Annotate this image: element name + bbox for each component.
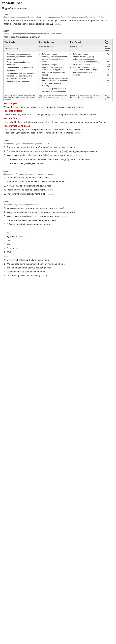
tense-table: Past Simple Past Continuous Past Perfect… — [4, 39, 112, 101]
step5-list: Моя мама заснула к тому времени, как я в… — [4, 206, 112, 226]
list-item: Я загорала, пока (while) Джек плавал. — [7, 162, 112, 165]
answer-box: Ответ By the time. gdz.top Until. After.… — [2, 230, 114, 280]
answer-linkers-section: By the time. gdz.top Until. After. As so… — [4, 235, 112, 254]
example-pp-en: I had talked to John by the time you cam… — [4, 120, 112, 124]
list-item: My mum fell asleep by the time I came ho… — [7, 176, 112, 180]
list-item: Я оставалась в нашем гостиничном номере … — [7, 150, 112, 153]
examples-section: Past Simple We went to the cinema last F… — [4, 102, 112, 134]
col-past-simple: Past Simple — [4, 39, 38, 45]
markers-pc: While, when, as, all day/night/morning, … — [38, 94, 69, 100]
page-subtitle: Подробное решение — [0, 6, 116, 10]
usage-ppc: Псдлдейконачзав Депроб(нкопрпр — [104, 52, 112, 94]
list-item: While. — [7, 250, 112, 254]
step1-number: 1 шаг — [4, 13, 112, 15]
step5-number: 5 шаг — [4, 200, 112, 203]
col-past-continuous: Past Continuous — [38, 39, 69, 45]
step2-description: Вспомним правила употребления прошедших … — [4, 33, 112, 35]
example-ps-en: We went to the cinema last Friday. gdz.t… — [4, 106, 112, 109]
step2-number: 2 шаг — [4, 30, 112, 32]
answer-sentences-section: My mum fell asleep by the time I came ho… — [4, 258, 112, 277]
list-item: Моя мама заснула к тому времени, как я в… — [7, 206, 112, 210]
list-item: Мы вернулись в бассейн после того (after… — [7, 154, 112, 157]
answer-title: Ответ — [4, 231, 112, 234]
watermark-step1c: gdz.top — [55, 23, 61, 25]
usage-pp: Действие, которое предшествовало другому… — [69, 52, 104, 94]
formula-ppc: Had been + V-ing — [104, 45, 112, 52]
list-item: Я бежал, пока Майк катался на велосипеде… — [7, 223, 112, 226]
watermark-step1a: gdz.top — [89, 16, 95, 18]
answer-sentences-list: My mum fell asleep by the time I came ho… — [4, 258, 112, 277]
step5-box: 5 шаг Переведём получившиеся предложения… — [2, 199, 114, 228]
list-item: Until. — [7, 239, 112, 242]
markers-pp: Before, after, already, just, till/until… — [69, 94, 104, 100]
example-ppc-en: I had been waiting my turn at the post o… — [4, 128, 112, 134]
list-item: I was running while Mike was riding a bi… — [7, 192, 112, 196]
list-item: We came back home after we had bought mi… — [7, 266, 112, 270]
col-past-perfect-continuous: Past Pe... — [104, 39, 112, 45]
example-ps-label: Past Simple — [4, 102, 112, 105]
markers-ps: Yesterday, yesterday morning/evening, et… — [4, 94, 38, 100]
formula-ps: gdz.topV-ed, Vgdz.top2 — [4, 45, 38, 52]
usage-pc: Действие, которое происходило в определё… — [38, 52, 69, 94]
tense-header: Past tenses (Прошедшие времена) — [4, 36, 112, 38]
page-title: Упражнение 4 — [0, 0, 116, 6]
list-item: After. — [7, 243, 112, 246]
formula-pp: Had + Vgdz.top3 — [69, 45, 104, 52]
usage-ps: Действие, произошедшее в прошлом (с указ… — [4, 52, 38, 94]
markers-ppc: Before, for, long, till — [104, 94, 112, 100]
example-pc-label: Past Continuous — [4, 110, 112, 112]
list-item: I cooked dinner as soon as I came home. … — [7, 188, 112, 192]
list-item: By the time. gdz.top — [7, 235, 112, 238]
step4-box: 4 шаг Построим предложения с соответству… — [2, 169, 114, 198]
list-item: I was running while Mike was riding a bi… — [7, 274, 112, 277]
watermark-step1b: gdz.top — [97, 16, 104, 18]
formula-pc: Was/Were + V-ing — [38, 45, 69, 52]
step4-number: 4 шаг — [4, 170, 112, 172]
answer-wm: gdz.top — [4, 255, 112, 258]
step3-list: К тому времени, как (by the time) мы при… — [4, 146, 112, 165]
step4-description: Построим предложения с соответствующими … — [4, 173, 112, 175]
col-past-perfect: Past Perfect — [69, 39, 104, 45]
step5-description: Переведём получившиеся предложения. — [4, 204, 112, 206]
list-item: We had been doing the homework until my … — [7, 262, 112, 266]
answer-linkers-list: By the time. gdz.top Until. After. As so… — [4, 235, 112, 254]
list-item: Мы вернулись домой после того, как купил… — [7, 214, 112, 218]
example-pp-label: Past Perfect — [4, 117, 112, 120]
list-item: Я загрузил свои фотографии, как только (… — [7, 158, 112, 161]
list-item: I cooked dinner as soon as I came home. — [7, 270, 112, 274]
list-item: Мы делали домашнее задание, пока моя мам… — [7, 211, 112, 214]
list-item: We came back home after we had bought mi… — [7, 184, 112, 188]
list-item: We had been doing the homework until my … — [7, 180, 112, 184]
step1-description: Внимательно прочитаем задание и поймём, … — [4, 16, 88, 18]
step1-box: 1 шаг Внимательно прочитаем задание и по… — [2, 12, 114, 27]
step3-number: 3 шаг — [4, 140, 112, 142]
example-ppc-label: Past Perfect Continuous — [4, 124, 112, 127]
example-pc-en: We were watching a movie at 7 o'clock ye… — [4, 113, 112, 116]
list-item: Я приготовила ужин, как только вернулась… — [7, 219, 112, 222]
list-item: My mum fell asleep by the time I came ho… — [7, 258, 112, 262]
list-item: К тому времени, как (by the time) мы при… — [7, 146, 112, 149]
step3-box: 3 шаг Прочитаем, переведём и дополним пр… — [2, 138, 114, 167]
list-item: As soon as. — [7, 246, 112, 250]
step4-list: My mum fell asleep by the time I came ho… — [4, 176, 112, 196]
step3-description: Прочитаем, переведём и дополним предложе… — [4, 142, 112, 144]
step2-box: 2 шаг Вспомним правила употребления прош… — [2, 28, 114, 137]
